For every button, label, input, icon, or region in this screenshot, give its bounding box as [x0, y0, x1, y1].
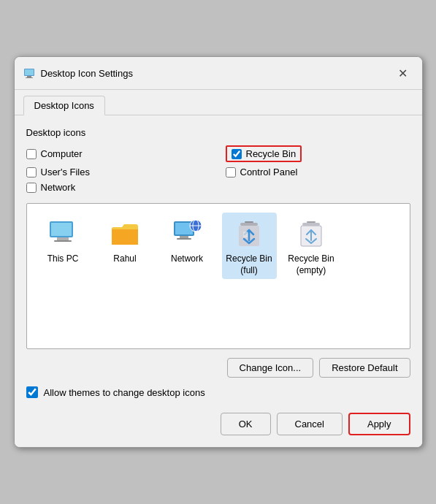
dialog-icon [23, 67, 35, 79]
svg-rect-19 [240, 223, 258, 226]
this-pc-icon [45, 215, 80, 251]
svg-rect-20 [245, 221, 253, 223]
svg-rect-6 [57, 237, 69, 240]
checkbox-recyclebin-label[interactable]: Recycle Bin [246, 148, 297, 159]
svg-rect-1 [27, 76, 31, 77]
allow-themes-checkbox[interactable] [26, 386, 38, 398]
allow-themes-row: Allow themes to change desktop icons [26, 386, 410, 398]
network-label: Network [171, 253, 203, 265]
checkbox-controlpanel-input[interactable] [226, 167, 236, 177]
footer-button-row: OK Cancel Apply [26, 410, 410, 435]
icon-item-this-pc[interactable]: This PC [36, 213, 91, 279]
svg-rect-24 [307, 221, 315, 223]
checkbox-network-input[interactable] [26, 183, 37, 193]
rahul-label: Rahul [113, 253, 136, 265]
dialog-desktop-icon-settings: Desktop Icon Settings ✕ Desktop Icons De… [14, 56, 423, 448]
svg-rect-2 [26, 77, 33, 78]
recycle-bin-full-icon [232, 215, 267, 251]
checkbox-userfiles-label[interactable]: User's Files [41, 167, 91, 177]
title-bar-left: Desktop Icon Settings [23, 67, 133, 79]
restore-default-button[interactable]: Restore Default [319, 358, 410, 378]
change-icon-button[interactable]: Change Icon... [227, 358, 314, 378]
tab-desktop-icons[interactable]: Desktop Icons [23, 96, 105, 115]
icon-item-recycle-bin-full[interactable]: Recycle Bin (full) [222, 213, 277, 279]
title-bar: Desktop Icon Settings ✕ [15, 57, 422, 90]
checkbox-userfiles: User's Files [26, 167, 211, 177]
network-icon [169, 215, 204, 251]
checkbox-userfiles-input[interactable] [26, 167, 37, 177]
rahul-folder-icon [107, 215, 142, 251]
ok-button[interactable]: OK [221, 413, 271, 435]
checkbox-network-label[interactable]: Network [41, 182, 76, 193]
checkbox-controlpanel-label[interactable]: Control Panel [240, 167, 298, 177]
svg-rect-23 [302, 223, 320, 226]
checkbox-recyclebin-input[interactable] [232, 149, 242, 159]
apply-button[interactable]: Apply [348, 413, 410, 435]
section-label: Desktop icons [26, 127, 410, 138]
dialog-body: Desktop icons Computer Recycle Bin User'… [15, 115, 422, 447]
icon-grid: This PC Rahul [36, 213, 401, 279]
svg-rect-21 [243, 232, 248, 237]
recycle-bin-full-label: Recycle Bin (full) [226, 253, 272, 276]
allow-themes-label[interactable]: Allow themes to change desktop icons [44, 387, 205, 398]
icon-list-box: This PC Rahul [26, 203, 410, 349]
checkbox-computer-label[interactable]: Computer [41, 148, 83, 159]
recycle-bin-empty-label: Recycle Bin (empty) [288, 253, 334, 276]
checkbox-network: Network [26, 182, 211, 193]
svg-rect-13 [177, 238, 191, 240]
checkbox-controlpanel: Control Panel [226, 167, 410, 177]
svg-rect-12 [180, 236, 188, 238]
middle-button-row: Change Icon... Restore Default [26, 358, 410, 378]
icon-item-recycle-bin-empty[interactable]: Recycle Bin (empty) [284, 213, 339, 279]
recycle-bin-highlighted: Recycle Bin [226, 145, 302, 162]
icon-item-rahul[interactable]: Rahul [98, 213, 153, 279]
tab-bar: Desktop Icons [15, 90, 422, 115]
checkbox-recycle-bin: Recycle Bin [226, 145, 410, 162]
svg-rect-7 [54, 240, 72, 242]
checkbox-computer-input[interactable] [26, 149, 37, 159]
svg-rect-9 [112, 229, 138, 245]
icon-item-network[interactable]: Network [160, 213, 215, 279]
close-button[interactable]: ✕ [393, 63, 413, 83]
checkbox-computer: Computer [26, 145, 211, 162]
svg-rect-5 [51, 223, 72, 236]
this-pc-label: This PC [47, 253, 79, 265]
dialog-title: Desktop Icon Settings [41, 68, 133, 79]
cancel-button[interactable]: Cancel [277, 413, 343, 435]
checkboxes-grid: Computer Recycle Bin User's Files Contro… [26, 145, 410, 193]
svg-rect-3 [25, 69, 34, 75]
recycle-bin-empty-icon [294, 215, 329, 251]
